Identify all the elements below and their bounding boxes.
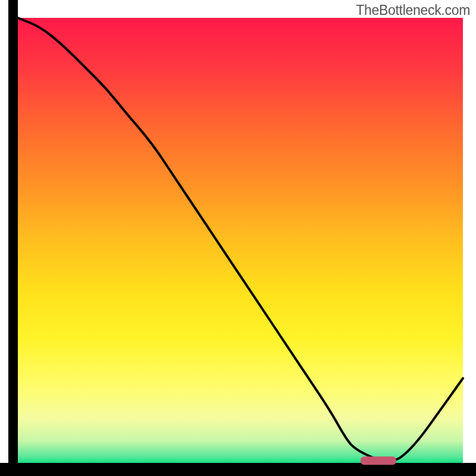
plot-background bbox=[18, 18, 463, 463]
optimum-marker bbox=[361, 456, 396, 465]
watermark-text: TheBottleneck.com bbox=[356, 2, 470, 18]
bottleneck-line-chart bbox=[0, 0, 476, 476]
x-axis bbox=[0, 463, 476, 476]
chart-container: { "watermark": "TheBottleneck.com", "cha… bbox=[0, 0, 476, 476]
y-axis bbox=[8, 0, 18, 476]
